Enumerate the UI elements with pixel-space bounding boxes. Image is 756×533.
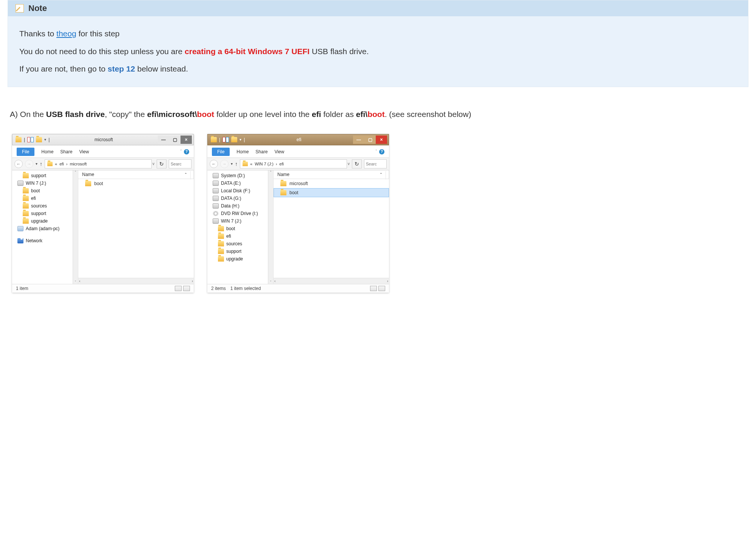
refresh-button[interactable]: ↻ bbox=[157, 159, 166, 168]
nav-item[interactable]: efi bbox=[31, 196, 36, 201]
tab-view[interactable]: View bbox=[274, 149, 284, 154]
column-headers[interactable]: Name ˆ bbox=[274, 170, 389, 179]
ribbon-tabs: File Home Share View ˇ ? bbox=[207, 145, 389, 158]
nav-item[interactable]: DATA (E:) bbox=[221, 181, 241, 186]
forward-button[interactable]: → bbox=[25, 160, 33, 168]
nav-item[interactable]: WIN 7 (J:) bbox=[26, 181, 46, 186]
note-thanks: Thanks to theog for this step bbox=[19, 28, 737, 40]
qa-caret-icon[interactable]: ▾ bbox=[240, 137, 241, 142]
maximize-button[interactable]: ▢ bbox=[169, 136, 180, 144]
dvd-icon bbox=[213, 211, 219, 216]
minimize-button[interactable]: — bbox=[353, 136, 364, 144]
file-list[interactable]: Name ˆ microsoft boot ‹› bbox=[274, 170, 389, 284]
title-bar[interactable]: | ▾ | microsoft — ▢ × bbox=[12, 134, 194, 145]
tab-home[interactable]: Home bbox=[41, 149, 53, 154]
drive-icon bbox=[17, 181, 23, 186]
file-list[interactable]: Name ˆ boot ‹› bbox=[78, 170, 194, 284]
nav-item[interactable]: DVD RW Drive (I:) bbox=[221, 211, 258, 216]
tab-view[interactable]: View bbox=[79, 149, 89, 154]
column-headers[interactable]: Name ˆ bbox=[78, 170, 194, 179]
tab-file[interactable]: File bbox=[17, 148, 34, 156]
up-button[interactable]: ↑ bbox=[235, 161, 238, 167]
help-icon[interactable]: ? bbox=[379, 149, 384, 154]
back-button[interactable]: ← bbox=[14, 160, 23, 168]
nav-item[interactable]: upgrade bbox=[226, 256, 243, 262]
file-item-boot[interactable]: boot bbox=[274, 188, 389, 197]
step-12-link[interactable]: step 12 bbox=[108, 64, 135, 73]
note-body: Thanks to theog for this step You do not… bbox=[8, 16, 748, 87]
tab-file[interactable]: File bbox=[212, 148, 230, 156]
nav-item[interactable]: Local Disk (F:) bbox=[221, 188, 250, 193]
column-name[interactable]: Name bbox=[78, 170, 194, 179]
bc-dropdown-icon[interactable]: v bbox=[348, 162, 350, 166]
ribbon-collapse-icon[interactable]: ˇ bbox=[180, 150, 182, 154]
tab-home[interactable]: Home bbox=[236, 149, 249, 154]
close-button[interactable]: × bbox=[180, 136, 192, 144]
nav-item[interactable]: sources bbox=[226, 241, 242, 246]
file-item-boot[interactable]: boot bbox=[78, 179, 194, 188]
nav-item[interactable]: WIN 7 (J:) bbox=[221, 218, 241, 224]
history-caret-icon[interactable]: ▾ bbox=[231, 162, 233, 166]
drive-icon bbox=[213, 181, 219, 186]
search-input[interactable]: Searc bbox=[364, 159, 387, 168]
scrollbar[interactable]: ˆˇ bbox=[268, 170, 273, 284]
breadcrumb[interactable]: « efi › microsoft bbox=[45, 159, 152, 168]
maximize-button[interactable]: ▢ bbox=[364, 136, 376, 144]
nav-item[interactable]: boot bbox=[31, 188, 40, 193]
address-bar-row: ← → ▾ ↑ « WIN 7 (J:) › efi v ↻ Searc bbox=[207, 158, 389, 170]
qa-caret-icon[interactable]: ▾ bbox=[44, 137, 46, 142]
nav-item[interactable]: support bbox=[226, 249, 241, 254]
details-view-icon[interactable] bbox=[370, 286, 377, 291]
nav-item[interactable]: efi bbox=[226, 234, 231, 239]
nav-item[interactable]: boot bbox=[226, 226, 235, 231]
nav-item[interactable]: DATA (G:) bbox=[221, 196, 241, 201]
column-name[interactable]: Name bbox=[274, 170, 389, 179]
nav-item[interactable]: support bbox=[31, 173, 46, 178]
history-caret-icon[interactable]: ▾ bbox=[36, 162, 37, 166]
nav-item[interactable]: sources bbox=[31, 203, 47, 209]
folder-icon bbox=[23, 196, 29, 201]
folder-icon bbox=[23, 211, 29, 216]
explorer-left: | ▾ | microsoft — ▢ × File Home Share Vi… bbox=[12, 134, 194, 293]
tab-share[interactable]: Share bbox=[60, 149, 72, 154]
scrollbar[interactable]: ˆˇ bbox=[73, 170, 78, 284]
status-bar: 1 item bbox=[12, 284, 194, 293]
close-button[interactable]: × bbox=[376, 136, 387, 144]
navigation-pane[interactable]: support WIN 7 (J:) boot efi sources supp… bbox=[12, 170, 78, 284]
help-icon[interactable]: ? bbox=[184, 149, 189, 154]
refresh-button[interactable]: ↻ bbox=[352, 159, 362, 168]
nav-item[interactable]: Data (H:) bbox=[221, 203, 240, 209]
details-view-icon[interactable] bbox=[175, 286, 182, 291]
note-title: Note bbox=[28, 3, 47, 13]
sort-icon: ˆ bbox=[376, 171, 386, 179]
nav-item[interactable]: System (D:) bbox=[221, 173, 245, 178]
explorer-right: | ▾ | efi — ▢ × File Home Share View ˇ ? bbox=[207, 134, 389, 293]
icons-view-icon[interactable] bbox=[378, 286, 385, 291]
ribbon-collapse-icon[interactable]: ˇ bbox=[376, 150, 377, 154]
nav-item[interactable]: Adam (adam-pc) bbox=[26, 226, 59, 231]
title-bar[interactable]: | ▾ | efi — ▢ × bbox=[207, 134, 389, 145]
folder-icon bbox=[23, 173, 29, 178]
navigation-pane[interactable]: System (D:) DATA (E:) Local Disk (F:) DA… bbox=[207, 170, 274, 284]
up-button[interactable]: ↑ bbox=[40, 161, 42, 167]
network-icon bbox=[17, 238, 23, 243]
forward-button[interactable]: → bbox=[220, 160, 229, 168]
nav-item[interactable]: upgrade bbox=[31, 218, 48, 224]
theog-link[interactable]: theog bbox=[56, 29, 76, 38]
minimize-button[interactable]: — bbox=[158, 136, 169, 144]
icons-view-icon[interactable] bbox=[183, 286, 190, 291]
tab-share[interactable]: Share bbox=[255, 149, 268, 154]
h-scrollbar[interactable]: ‹› bbox=[274, 278, 389, 284]
back-button[interactable]: ← bbox=[210, 160, 218, 168]
sort-icon: ˆ bbox=[181, 171, 191, 179]
h-scrollbar[interactable]: ‹› bbox=[78, 278, 194, 284]
status-count: 1 item bbox=[16, 286, 28, 291]
file-item-microsoft[interactable]: microsoft bbox=[274, 179, 389, 188]
bc-dropdown-icon[interactable]: v bbox=[152, 162, 154, 166]
status-count: 2 items bbox=[211, 286, 226, 291]
nav-item[interactable]: support bbox=[31, 211, 46, 216]
nav-item[interactable]: Network bbox=[26, 238, 42, 243]
breadcrumb[interactable]: « WIN 7 (J:) › efi bbox=[240, 159, 347, 168]
search-input[interactable]: Searc bbox=[169, 159, 191, 168]
docs-icon bbox=[222, 137, 229, 142]
